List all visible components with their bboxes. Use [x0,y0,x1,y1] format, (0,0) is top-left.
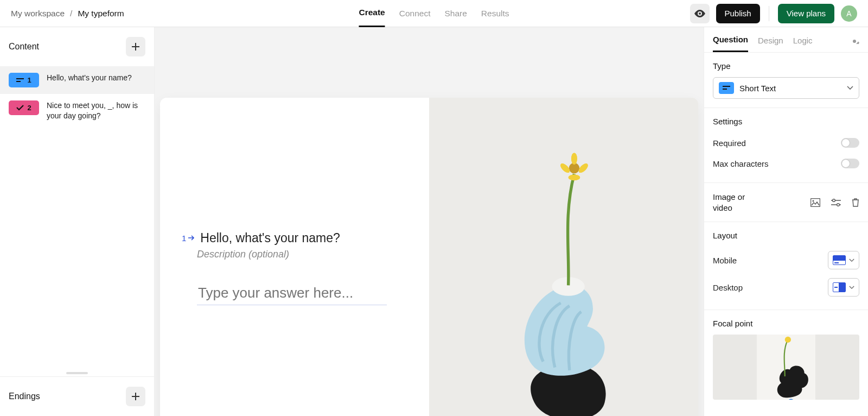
trash-icon [852,198,859,207]
required-toggle[interactable] [841,138,859,148]
preview-button[interactable] [690,4,710,23]
svg-point-19 [837,203,840,206]
question-title-input[interactable]: Hello, what's your name? [200,231,340,245]
type-section-title: Type [713,61,859,71]
svg-point-21 [787,399,795,400]
desktop-layout-icon [833,282,846,292]
adjust-image-button[interactable] [831,199,841,206]
type-value: Short Text [739,84,841,93]
svg-rect-14 [723,86,730,87]
question-image[interactable] [429,98,698,416]
add-ending-button[interactable] [126,387,145,406]
divider [769,6,769,21]
svg-rect-2 [16,81,21,82]
plus-icon [132,43,139,51]
view-plans-button[interactable]: View plans [778,4,834,23]
svg-rect-1 [16,78,24,79]
question-text-1: Hello, what's your name? [47,73,132,83]
question-item-1[interactable]: 1 Hello, what's your name? [0,66,154,94]
svg-point-12 [569,174,580,180]
focal-section-title: Focal point [713,319,859,328]
svg-rect-15 [723,89,727,90]
tab-connect[interactable]: Connect [399,0,431,27]
arrow-right-icon [188,235,195,241]
question-chip-2: 2 [9,100,39,115]
rtab-design[interactable]: Design [758,36,783,52]
chevron-down-icon [847,86,853,90]
breadcrumb: My workspace / My typeform [11,9,124,18]
content-title: Content [9,42,39,52]
sliders-icon [831,199,841,206]
svg-point-17 [813,200,814,201]
desktop-layout-select[interactable] [828,278,859,297]
check-icon [16,105,24,111]
desktop-label: Desktop [713,283,743,292]
rtab-logic[interactable]: Logic [793,36,813,52]
plus-icon [132,393,139,400]
eye-icon [694,10,705,17]
mobile-label: Mobile [713,256,737,265]
drag-handle[interactable] [66,372,88,374]
avatar[interactable]: A [841,5,857,22]
svg-point-10 [571,153,577,165]
required-label: Required [713,138,746,148]
question-number-2: 2 [27,104,31,112]
svg-point-20 [785,337,791,343]
media-label: Image or video [713,192,762,213]
short-text-chip-icon [719,82,734,94]
add-image-button[interactable] [810,198,820,207]
svg-rect-16 [811,198,820,206]
question-item-2[interactable]: 2 Nice to meet you, _, how is your day g… [0,94,154,128]
chevron-down-icon [849,286,854,289]
tab-share[interactable]: Share [444,0,467,27]
top-tabs: Create Connect Share Results [359,0,509,27]
question-card: 1 Hello, what's your name? Description (… [160,98,698,416]
question-description-input[interactable]: Description (optional) [197,249,407,260]
focal-thumb-image [713,335,859,400]
question-number-indicator: 1 [182,234,195,243]
delete-image-button[interactable] [852,198,859,207]
mobile-layout-icon [833,255,846,265]
tab-create[interactable]: Create [359,0,385,27]
settings-gear-button[interactable] [850,36,859,51]
chevron-down-icon [849,259,854,262]
maxchars-toggle[interactable] [841,159,859,168]
canvas: 1 Hello, what's your name? Description (… [155,27,704,416]
maxchars-label: Max characters [713,159,769,168]
add-question-button[interactable] [126,37,145,56]
breadcrumb-workspace[interactable]: My workspace [11,9,65,18]
tab-results[interactable]: Results [481,0,509,27]
question-type-select[interactable]: Short Text [713,77,859,99]
gear-icon [850,36,859,46]
publish-button[interactable]: Publish [716,4,760,23]
question-text-2: Nice to meet you, _, how is your day goi… [47,100,145,121]
left-panel: Content 1 Hello, what's your name? [0,27,155,416]
layout-section-title: Layout [713,231,859,240]
image-icon [810,198,820,207]
rtab-question[interactable]: Question [713,35,748,52]
focal-point-preview[interactable] [713,335,859,400]
flower-sculpture-image [429,98,698,416]
svg-point-18 [833,199,835,201]
svg-point-0 [699,12,701,15]
breadcrumb-separator: / [70,9,72,18]
mobile-layout-select[interactable] [828,251,859,269]
settings-section-title: Settings [713,117,859,126]
short-text-icon [16,77,24,84]
endings-title: Endings [9,392,40,401]
right-panel: Question Design Logic Type Short Text Se… [704,27,868,416]
breadcrumb-current[interactable]: My typeform [78,9,124,18]
question-number-1: 1 [27,76,31,84]
answer-input[interactable] [197,284,387,305]
question-chip-1: 1 [9,73,39,87]
